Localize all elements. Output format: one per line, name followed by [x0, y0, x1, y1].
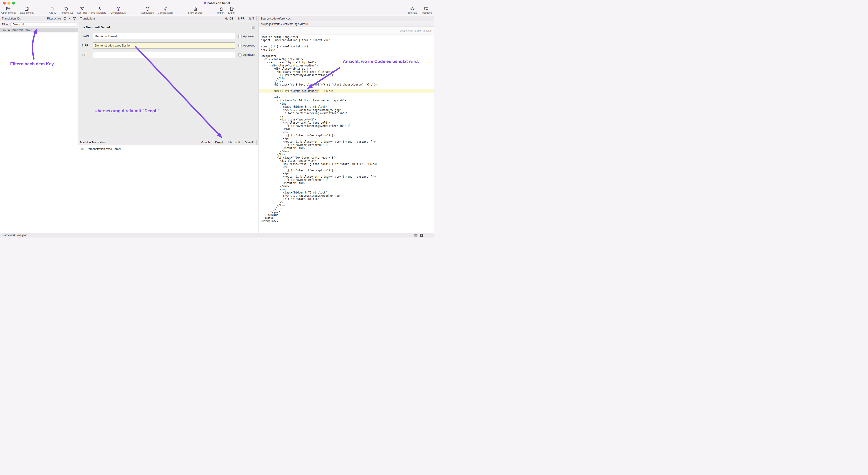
machine-translation-result[interactable]: ⌘1 Démonstration avec Daniel	[78, 145, 258, 150]
mt-provider-tab-google[interactable]: Google	[199, 140, 213, 145]
code-line: <div class="space-y-2">	[259, 159, 434, 162]
toolbar-item-label: Feedback	[421, 11, 432, 14]
translation-id-list[interactable]: a.Demo mit Daniel	[0, 28, 78, 233]
translation-input-it-it[interactable]	[93, 52, 236, 58]
toolbar-item-import[interactable]: Import	[217, 6, 224, 14]
add-id-icon	[51, 6, 55, 11]
filter-row: Filter:	[0, 21, 78, 28]
filter-icon[interactable]	[73, 17, 76, 21]
toolbar-item-consistencyai[interactable]: ConsistencyAI	[111, 6, 126, 14]
zoom-window-button[interactable]	[12, 2, 15, 4]
code-line: {{ $t("a.Mehr erfahren") }}	[259, 143, 434, 146]
language-tab-fr-fr[interactable]: fr-FR	[236, 16, 247, 21]
translation-input-fr-fr[interactable]	[93, 42, 236, 48]
translation-id-item[interactable]: a.Demo mit Daniel	[0, 28, 78, 32]
input-source-icon[interactable]	[420, 233, 423, 237]
window-controls	[3, 2, 15, 4]
babeledit-logo-icon: b	[204, 1, 206, 5]
toolbar: Open projectSave projectAdd IDRemove IDs…	[0, 6, 434, 16]
toolbar-item-save-project[interactable]: Save project	[20, 6, 33, 14]
code-line: />	[259, 201, 434, 204]
refresh-icon[interactable]	[63, 17, 66, 21]
toolbar-item-set-filter[interactable]: Set Filter	[77, 6, 87, 14]
toolbar-item-export[interactable]: Export	[228, 6, 236, 14]
language-tab-it-it[interactable]: it-IT	[247, 16, 257, 21]
translation-row-de-de: de-DEApproved	[82, 33, 258, 39]
translation-row-it-it: it-ITApproved	[82, 52, 258, 58]
code-line: </div>	[259, 216, 434, 219]
toolbar-item-show-source[interactable]: Show source	[188, 6, 203, 14]
code-area[interactable]: <script setup lang="ts">import { useTran…	[259, 34, 434, 233]
machine-translation-title: Machine Translation	[80, 141, 105, 144]
code-line: {{ $t("a.Versicherungsvermittler/-in") }…	[259, 124, 434, 128]
show-source-icon	[193, 6, 197, 11]
code-line: {{ $t("a.Mehr erfahren") }}	[259, 178, 434, 181]
configuration-icon	[163, 6, 167, 11]
toolbar-item-label: Import	[217, 11, 224, 14]
toolbar-item-label: Configuration	[158, 11, 173, 14]
titlebar: b babel-edit.babel	[0, 0, 434, 6]
code-line: </ul>	[259, 207, 434, 210]
mt-provider-tab-openai[interactable]: OpenAI	[242, 140, 257, 145]
translation-ids-title: Translation IDs	[2, 17, 21, 20]
code-line: </div>	[259, 80, 434, 83]
code-line: </h4>	[259, 128, 434, 131]
save-project-icon	[24, 6, 29, 11]
toolbar-item-feedback[interactable]: Feedback	[421, 6, 432, 14]
approved-checkbox-fr-fr[interactable]	[238, 44, 242, 47]
mt-provider-tab-deepl[interactable]: DeepL	[213, 140, 226, 145]
toolbar-item-configuration[interactable]: Configuration	[158, 6, 173, 14]
code-line: <h4 class="text-lg font-bold">	[259, 121, 434, 124]
close-source-panel-icon[interactable]: ×	[430, 16, 432, 21]
code-line: <li class="flex items-center gap-x-8">	[259, 156, 434, 159]
toolbar-item-tutorials[interactable]: Tutorials	[408, 6, 417, 14]
code-line: {{ $t("start.myvbvDescription") }}	[259, 73, 434, 77]
toolbar-item-add-id[interactable]: Add ID	[49, 6, 57, 14]
toolbar-item-label: Pre-Translate	[91, 11, 106, 14]
code-line: const { t } = useTranslation();	[259, 45, 434, 48]
comment-note-icon[interactable]	[251, 25, 255, 29]
toolbar-item-label: Remove IDs	[60, 11, 73, 14]
keyboard-icon[interactable]	[414, 233, 417, 237]
open-project-icon	[6, 6, 11, 11]
toolbar-item-languages[interactable]: Languages	[142, 6, 154, 14]
close-window-button[interactable]	[3, 2, 6, 4]
source-code-header: Source code references ×	[259, 16, 434, 21]
clear-filter-icon[interactable]: ×	[68, 17, 71, 20]
filter-input[interactable]	[10, 22, 76, 27]
code-line: <router-link class="btn-primary" :to="{ …	[259, 140, 434, 143]
toolbar-item-pre-translate[interactable]: Pre-Translate	[91, 6, 106, 14]
toolbar-item-label: Export	[228, 11, 236, 14]
code-line: <router-link class="btn-primary" :to="{ …	[259, 175, 434, 178]
minimize-window-button[interactable]	[7, 2, 10, 4]
mt-provider-tab-microsoft[interactable]: Microsoft	[226, 140, 242, 145]
approved-label: Approved	[243, 35, 255, 38]
translation-input-de-de[interactable]	[93, 33, 236, 39]
code-line: </router-link>	[259, 181, 434, 184]
toolbar-item-label: Set Filter	[77, 11, 87, 14]
approved-checkbox-de-de[interactable]	[238, 35, 242, 38]
language-label: it-IT	[82, 53, 93, 57]
source-file-reference[interactable]: src/pages/start/GuestStartPage.vue:18	[259, 21, 434, 27]
languages-icon	[145, 6, 150, 11]
tutorials-icon	[410, 6, 415, 11]
main-area: Translation IDs Filter active × Filter: …	[0, 16, 434, 233]
approved-checkbox-it-it[interactable]	[238, 53, 242, 57]
code-line: class="hidden h-72 md:block"	[259, 191, 434, 194]
shortcut-badge: ⌘1	[81, 148, 85, 150]
window-title: b babel-edit.babel	[204, 1, 230, 5]
code-line: <div class="space-y-2">	[259, 118, 434, 121]
toolbar-item-open-project[interactable]: Open project	[1, 6, 16, 14]
code-line: <li class="mb-16 flex items-center gap-x…	[259, 99, 434, 102]
machine-translation-body: ⌘1 Démonstration avec Daniel	[78, 145, 258, 233]
toolbar-item-label: Tutorials	[408, 11, 417, 14]
toolbar-item-label: Save project	[20, 11, 33, 14]
toolbar-item-remove-ids[interactable]: Remove IDs	[60, 6, 73, 14]
language-tab-de-de[interactable]: de-DE	[223, 16, 236, 21]
code-line: <p>	[259, 131, 434, 134]
filter-active-label[interactable]: Filter active	[47, 17, 61, 20]
code-line: </div>	[259, 150, 434, 153]
framework-status: Framework: vue-json	[2, 234, 27, 237]
code-line: </div>	[259, 184, 434, 188]
highlighted-translation-key[interactable]: a.Demo mit Daniel	[291, 89, 318, 93]
